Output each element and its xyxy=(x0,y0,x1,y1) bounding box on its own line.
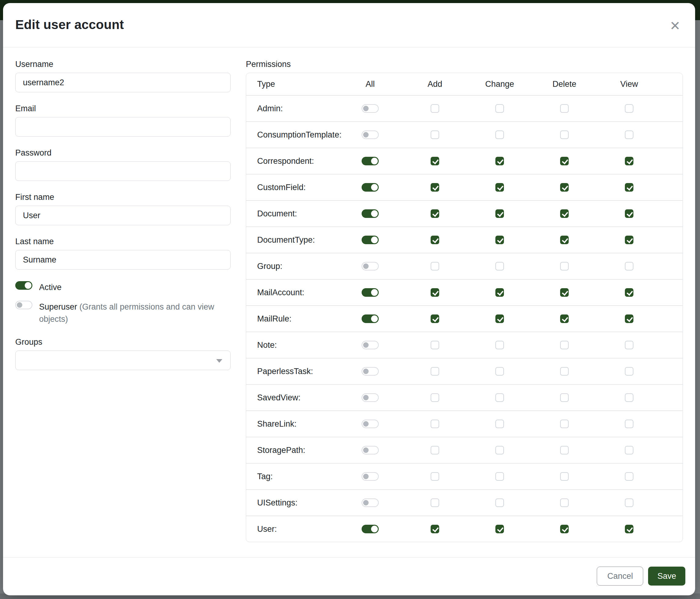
permission-delete-checkbox[interactable] xyxy=(560,499,569,507)
permission-all-toggle[interactable] xyxy=(361,420,379,428)
permission-view-checkbox[interactable] xyxy=(625,157,633,165)
permission-delete-checkbox[interactable] xyxy=(560,262,569,270)
permission-delete-checkbox[interactable] xyxy=(560,525,569,533)
permission-view-checkbox[interactable] xyxy=(625,499,633,507)
permission-delete-checkbox[interactable] xyxy=(560,288,569,297)
permission-change-checkbox[interactable] xyxy=(495,341,504,349)
permission-change-checkbox[interactable] xyxy=(495,236,504,244)
permission-all-toggle[interactable] xyxy=(361,341,379,349)
permissions-table-row: MailAccount: xyxy=(246,279,682,305)
permission-all-toggle[interactable] xyxy=(361,314,379,323)
save-button[interactable]: Save xyxy=(648,567,685,585)
permission-all-toggle[interactable] xyxy=(361,288,379,297)
permission-change-checkbox[interactable] xyxy=(495,446,504,454)
permission-add-checkbox[interactable] xyxy=(431,183,439,192)
permission-change-checkbox[interactable] xyxy=(495,183,504,192)
permission-view-checkbox[interactable] xyxy=(625,183,633,192)
permission-change-checkbox[interactable] xyxy=(495,472,504,481)
permission-add-checkbox[interactable] xyxy=(431,157,439,165)
permission-delete-checkbox[interactable] xyxy=(560,472,569,481)
email-field[interactable] xyxy=(15,117,231,137)
permission-add-checkbox[interactable] xyxy=(431,314,439,323)
permission-add-checkbox[interactable] xyxy=(431,209,439,218)
permission-delete-checkbox[interactable] xyxy=(560,130,569,139)
permission-add-checkbox[interactable] xyxy=(431,420,439,428)
permission-view-checkbox[interactable] xyxy=(625,209,633,218)
permission-change-checkbox[interactable] xyxy=(495,420,504,428)
permission-delete-checkbox[interactable] xyxy=(560,157,569,165)
permission-view-checkbox[interactable] xyxy=(625,104,633,113)
permission-change-checkbox[interactable] xyxy=(495,499,504,507)
permission-add-checkbox[interactable] xyxy=(431,341,439,349)
permission-view-checkbox[interactable] xyxy=(625,262,633,270)
permission-view-checkbox[interactable] xyxy=(625,472,633,481)
cancel-button[interactable]: Cancel xyxy=(597,567,643,585)
permission-add-checkbox[interactable] xyxy=(431,104,439,113)
permission-view-checkbox[interactable] xyxy=(625,236,633,244)
permission-type-label: Admin: xyxy=(246,104,338,113)
permission-delete-checkbox[interactable] xyxy=(560,209,569,218)
permission-all-toggle[interactable] xyxy=(361,525,379,533)
permission-all-toggle[interactable] xyxy=(361,130,379,139)
permission-type-label: SavedView: xyxy=(246,393,338,403)
permission-all-toggle[interactable] xyxy=(361,472,379,481)
permission-all-toggle[interactable] xyxy=(361,209,379,218)
permission-change-checkbox[interactable] xyxy=(495,525,504,533)
close-icon[interactable]: ✕ xyxy=(669,18,682,33)
permission-delete-checkbox[interactable] xyxy=(560,236,569,244)
last-name-field[interactable] xyxy=(15,250,231,269)
permission-change-checkbox[interactable] xyxy=(495,157,504,165)
permission-delete-checkbox[interactable] xyxy=(560,104,569,113)
permission-delete-checkbox[interactable] xyxy=(560,393,569,402)
permission-delete-checkbox[interactable] xyxy=(560,314,569,323)
permission-all-toggle[interactable] xyxy=(361,183,379,192)
active-toggle[interactable] xyxy=(15,281,32,290)
permission-view-checkbox[interactable] xyxy=(625,393,633,402)
permission-all-toggle[interactable] xyxy=(361,446,379,454)
superuser-toggle[interactable] xyxy=(15,301,32,309)
permission-delete-checkbox[interactable] xyxy=(560,341,569,349)
permission-add-checkbox[interactable] xyxy=(431,393,439,402)
permission-change-checkbox[interactable] xyxy=(495,130,504,139)
column-header-add: Add xyxy=(402,79,467,89)
permission-add-checkbox[interactable] xyxy=(431,236,439,244)
permission-all-toggle[interactable] xyxy=(361,499,379,507)
permission-add-checkbox[interactable] xyxy=(431,367,439,376)
permission-view-checkbox[interactable] xyxy=(625,130,633,139)
permission-add-checkbox[interactable] xyxy=(431,288,439,297)
permission-change-checkbox[interactable] xyxy=(495,288,504,297)
first-name-field[interactable] xyxy=(15,206,231,225)
permission-view-checkbox[interactable] xyxy=(625,446,633,454)
permission-add-checkbox[interactable] xyxy=(431,446,439,454)
permission-delete-checkbox[interactable] xyxy=(560,446,569,454)
permission-add-checkbox[interactable] xyxy=(431,472,439,481)
permission-all-toggle[interactable] xyxy=(361,104,379,113)
permission-delete-checkbox[interactable] xyxy=(560,367,569,376)
permission-change-checkbox[interactable] xyxy=(495,209,504,218)
permission-view-checkbox[interactable] xyxy=(625,367,633,376)
permission-change-checkbox[interactable] xyxy=(495,262,504,270)
username-input[interactable] xyxy=(15,73,231,92)
permission-change-checkbox[interactable] xyxy=(495,314,504,323)
permission-all-toggle[interactable] xyxy=(361,393,379,402)
permission-change-checkbox[interactable] xyxy=(495,367,504,376)
permission-all-toggle[interactable] xyxy=(361,367,379,376)
permission-add-checkbox[interactable] xyxy=(431,525,439,533)
permission-view-checkbox[interactable] xyxy=(625,314,633,323)
permission-view-checkbox[interactable] xyxy=(625,341,633,349)
permission-change-checkbox[interactable] xyxy=(495,393,504,402)
permission-all-toggle[interactable] xyxy=(361,157,379,165)
groups-select[interactable] xyxy=(15,351,231,370)
password-field[interactable] xyxy=(15,161,231,181)
permission-view-checkbox[interactable] xyxy=(625,525,633,533)
permission-all-toggle[interactable] xyxy=(361,236,379,244)
permission-delete-checkbox[interactable] xyxy=(560,183,569,192)
permission-change-checkbox[interactable] xyxy=(495,104,504,113)
permission-add-checkbox[interactable] xyxy=(431,262,439,270)
permission-view-checkbox[interactable] xyxy=(625,420,633,428)
permission-add-checkbox[interactable] xyxy=(431,499,439,507)
permission-delete-checkbox[interactable] xyxy=(560,420,569,428)
permission-add-checkbox[interactable] xyxy=(431,130,439,139)
permission-all-toggle[interactable] xyxy=(361,262,379,270)
permission-view-checkbox[interactable] xyxy=(625,288,633,297)
